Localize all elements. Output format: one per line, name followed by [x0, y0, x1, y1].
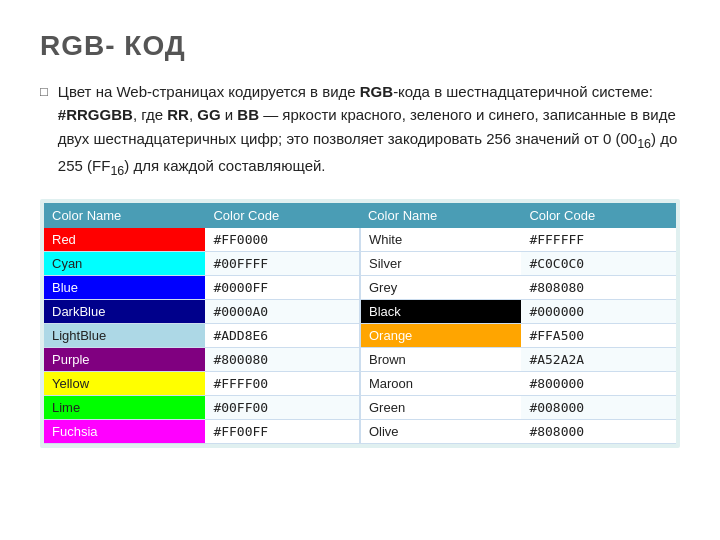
- right-color-name: White: [360, 228, 521, 252]
- content-block: □ Цвет на Web-страницах кодируется в вид…: [40, 80, 680, 448]
- left-color-code: #FF0000: [205, 228, 360, 252]
- left-color-code: #FF00FF: [205, 420, 360, 444]
- right-color-name: Grey: [360, 276, 521, 300]
- left-color-name: Fuchsia: [44, 420, 205, 444]
- left-color-code: #800080: [205, 348, 360, 372]
- color-table-container: Color Name Color Code Color Name Color C…: [40, 199, 680, 448]
- table-row: LightBlue#ADD8E6Orange#FFA500: [44, 324, 676, 348]
- left-color-code: #FFFF00: [205, 372, 360, 396]
- table-row: Purple#800080Brown#A52A2A: [44, 348, 676, 372]
- table-row: Yellow#FFFF00Maroon#800000: [44, 372, 676, 396]
- left-color-code: #0000FF: [205, 276, 360, 300]
- table-row: DarkBlue#0000A0Black#000000: [44, 300, 676, 324]
- right-color-code: #FFA500: [521, 324, 676, 348]
- table-row: Red#FF0000White#FFFFFF: [44, 228, 676, 252]
- left-color-name: Lime: [44, 396, 205, 420]
- left-color-code: #00FFFF: [205, 252, 360, 276]
- col-header-1: Color Name: [44, 203, 205, 228]
- right-color-code: #808000: [521, 420, 676, 444]
- col-header-4: Color Code: [521, 203, 676, 228]
- left-color-name: Cyan: [44, 252, 205, 276]
- right-color-code: #FFFFFF: [521, 228, 676, 252]
- left-color-code: #0000A0: [205, 300, 360, 324]
- paragraph: □ Цвет на Web-страницах кодируется в вид…: [40, 80, 680, 181]
- bullet-icon: □: [40, 82, 48, 102]
- left-color-name: Purple: [44, 348, 205, 372]
- left-color-name: Blue: [44, 276, 205, 300]
- left-color-name: Red: [44, 228, 205, 252]
- table-row: Cyan#00FFFFSilver#C0C0C0: [44, 252, 676, 276]
- left-color-name: DarkBlue: [44, 300, 205, 324]
- right-color-code: #A52A2A: [521, 348, 676, 372]
- right-color-code: #808080: [521, 276, 676, 300]
- right-color-name: Silver: [360, 252, 521, 276]
- paragraph-text: Цвет на Web-страницах кодируется в виде …: [58, 80, 680, 181]
- right-color-code: #008000: [521, 396, 676, 420]
- table-row: Lime#00FF00Green#008000: [44, 396, 676, 420]
- left-color-code: #ADD8E6: [205, 324, 360, 348]
- right-color-name: Orange: [360, 324, 521, 348]
- color-table: Color Name Color Code Color Name Color C…: [44, 203, 676, 444]
- table-body: Red#FF0000White#FFFFFFCyan#00FFFFSilver#…: [44, 228, 676, 444]
- right-color-name: Black: [360, 300, 521, 324]
- left-color-name: LightBlue: [44, 324, 205, 348]
- table-row: Blue#0000FFGrey#808080: [44, 276, 676, 300]
- right-color-code: #C0C0C0: [521, 252, 676, 276]
- col-header-3: Color Name: [360, 203, 521, 228]
- table-row: Fuchsia#FF00FFOlive#808000: [44, 420, 676, 444]
- page-title: RGB- КОД: [40, 30, 680, 62]
- left-color-code: #00FF00: [205, 396, 360, 420]
- right-color-name: Green: [360, 396, 521, 420]
- right-color-name: Brown: [360, 348, 521, 372]
- table-header: Color Name Color Code Color Name Color C…: [44, 203, 676, 228]
- left-color-name: Yellow: [44, 372, 205, 396]
- col-header-2: Color Code: [205, 203, 360, 228]
- right-color-name: Olive: [360, 420, 521, 444]
- right-color-name: Maroon: [360, 372, 521, 396]
- right-color-code: #000000: [521, 300, 676, 324]
- right-color-code: #800000: [521, 372, 676, 396]
